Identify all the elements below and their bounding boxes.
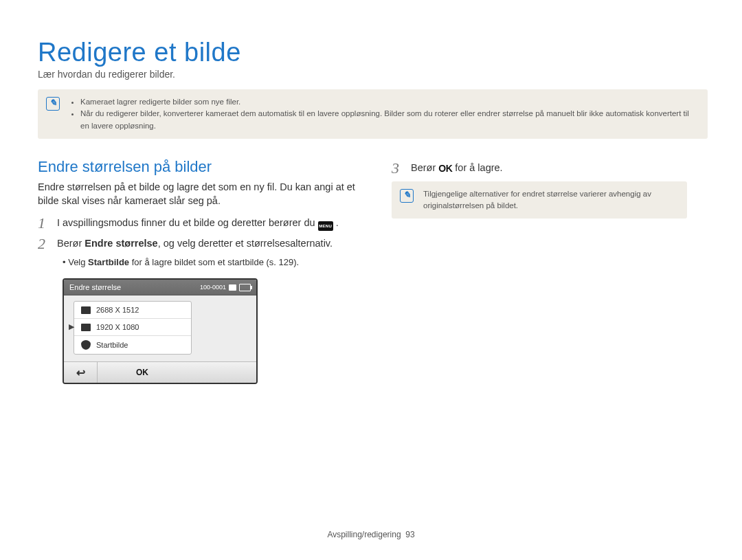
step-text-bold: Endre størrelse [85,238,157,249]
left-column: Endre størrelsen på bilder Endre størrel… [38,154,364,385]
step-2: 2 Berør Endre størrelse, og velg derette… [38,236,364,251]
back-button[interactable]: ↩ [64,362,98,383]
columns: Endre størrelsen på bilder Endre størrel… [38,154,708,385]
step-text-fragment: Berør [411,162,438,173]
startup-image-icon [81,340,91,350]
step-text-fragment: for å lagre. [452,162,502,173]
resolution-icon [81,324,91,331]
camera-screen: Endre størrelse 100-0001 2688 X 1512 [63,278,258,384]
selection-arrow-icon: ▶ [69,322,74,331]
resize-option[interactable]: 2688 X 1512 [74,302,191,319]
note-list: Kameraet lagrer redigerte bilder som nye… [69,96,699,132]
step-3: 3 Berør OK for å lagre. [392,161,718,176]
section-desc: Endre størrelsen på et bilde og lagre de… [38,180,364,208]
screen-footer: ↩ OK [64,361,256,383]
battery-icon [239,284,251,291]
note-box-top: ✎ Kameraet lagrer redigerte bilder som n… [38,89,708,139]
ok-icon: OK [438,161,452,175]
note-bullet: Kameraet lagrer redigerte bilder som nye… [80,96,699,108]
page-title: Redigere et bilde [38,38,708,67]
step-2-sub-frag: for å lagre bildet som et startbilde (s.… [129,257,299,267]
screen-counter: 100-0001 [200,284,226,291]
resize-option-label: Startbilde [96,341,128,349]
step-2-sub: Velg Startbilde for å lagre bildet som e… [63,257,364,267]
step-number: 3 [392,161,404,176]
note-text: Tilgjengelige alternativer for endret st… [423,188,679,212]
section-title: Endre størrelsen på bilder [38,158,364,176]
resize-option[interactable]: ▶ 1920 X 1080 [74,319,191,336]
memory-icon [229,284,236,291]
note-icon: ✎ [400,189,414,203]
page-footer: Avspilling/redigering 93 [0,530,742,539]
screen-header-title: Endre størrelse [69,283,121,291]
note-icon: ✎ [46,97,60,111]
screen-header: Endre størrelse 100-0001 [64,280,256,295]
footer-section: Avspilling/redigering [327,530,401,539]
step-text-fragment: . [333,217,339,228]
step-number: 2 [38,236,50,251]
step-text: I avspillingsmodus finner du et bilde og… [57,216,339,231]
resize-option-label: 2688 X 1512 [96,306,139,314]
step-text-fragment: , og velg deretter et størrelsesalternat… [158,238,333,249]
step-text-fragment: Berør [57,238,85,249]
resize-option-list: 2688 X 1512 ▶ 1920 X 1080 Startbilde [74,301,192,355]
step-text: Berør Endre størrelse, og velg deretter … [57,236,333,251]
right-column: 3 Berør OK for å lagre. ✎ Tilgjengelige … [392,154,718,385]
menu-icon: MENU [318,221,333,231]
screen-header-status: 100-0001 [200,284,251,291]
resize-option-label: 1920 X 1080 [96,323,139,331]
manual-page: Redigere et bilde Lær hvordan du rediger… [0,0,742,560]
step-text-fragment: I avspillingsmodus finner du et bilde og… [57,217,318,228]
note-bullet: Når du redigerer bilder, konverterer kam… [80,108,699,132]
step-2-sub-bold: Startbilde [88,257,129,267]
footer-page-number: 93 [405,530,414,539]
step-1: 1 I avspillingsmodus finner du et bilde … [38,216,364,231]
step-2-sub-frag: Velg [68,257,88,267]
note-box-right: ✎ Tilgjengelige alternativer for endret … [392,181,687,219]
step-number: 1 [38,216,50,231]
ok-button[interactable]: OK [98,362,256,383]
step-text: Berør OK for å lagre. [411,161,503,176]
resize-option[interactable]: Startbilde [74,336,191,354]
screen-body: 2688 X 1512 ▶ 1920 X 1080 Startbilde [64,295,256,361]
resolution-icon [81,306,91,314]
page-subtitle: Lær hvordan du redigerer bilder. [38,69,708,80]
